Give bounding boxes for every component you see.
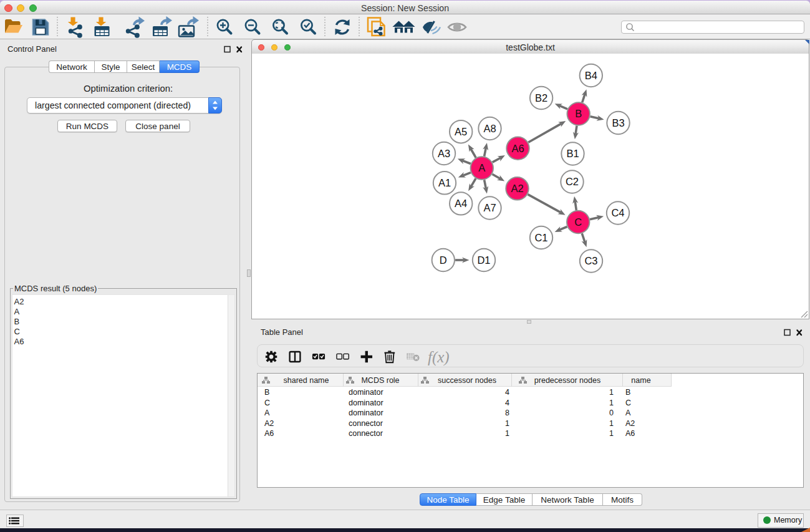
svg-text:B: B xyxy=(264,388,269,397)
svg-text:A7: A7 xyxy=(483,202,496,213)
svg-text:A4: A4 xyxy=(455,198,467,209)
svg-text:A: A xyxy=(625,409,631,417)
svg-text:1: 1 xyxy=(505,429,509,438)
svg-text:A6: A6 xyxy=(511,143,524,154)
svg-text:C3: C3 xyxy=(584,255,597,266)
svg-text:1: 1 xyxy=(609,388,614,397)
svg-text:D: D xyxy=(440,254,447,266)
svg-text:B4: B4 xyxy=(585,70,597,81)
svg-text:A5: A5 xyxy=(455,126,467,137)
svg-text:C2: C2 xyxy=(566,176,579,187)
svg-text:predecessor nodes: predecessor nodes xyxy=(534,376,600,385)
svg-text:D1: D1 xyxy=(477,254,490,266)
svg-text:A2: A2 xyxy=(264,419,274,428)
svg-text:B: B xyxy=(625,388,630,397)
svg-text:A6: A6 xyxy=(625,429,635,438)
svg-text:B: B xyxy=(575,108,582,119)
svg-text:connector: connector xyxy=(349,429,383,438)
svg-text:name: name xyxy=(631,376,650,385)
svg-text:C4: C4 xyxy=(611,207,624,218)
svg-text:MCDS role: MCDS role xyxy=(361,376,399,385)
svg-text:A: A xyxy=(478,162,485,173)
svg-text:A3: A3 xyxy=(438,148,450,159)
svg-text:C: C xyxy=(574,216,582,228)
svg-text:f(x): f(x) xyxy=(428,349,450,366)
svg-text:shared name: shared name xyxy=(284,376,329,385)
svg-text:0: 0 xyxy=(609,409,614,417)
svg-text:B1: B1 xyxy=(566,148,579,159)
svg-text:A2: A2 xyxy=(511,183,523,194)
svg-text:A: A xyxy=(264,409,270,417)
svg-text:C: C xyxy=(264,399,270,407)
svg-text:A2: A2 xyxy=(625,419,635,428)
svg-text:4: 4 xyxy=(505,388,509,397)
svg-text:1: 1 xyxy=(609,429,614,438)
svg-text:dominator: dominator xyxy=(349,388,383,397)
svg-text:dominator: dominator xyxy=(349,409,383,417)
svg-text:connector: connector xyxy=(349,419,383,428)
svg-text:1: 1 xyxy=(505,419,509,428)
svg-text:successor nodes: successor nodes xyxy=(438,376,496,385)
svg-text:C1: C1 xyxy=(534,232,547,243)
svg-text:1: 1 xyxy=(609,419,614,428)
svg-text:A8: A8 xyxy=(483,123,496,134)
svg-text:dominator: dominator xyxy=(349,399,383,407)
svg-text:1: 1 xyxy=(609,399,614,407)
svg-text:A1: A1 xyxy=(438,177,451,188)
svg-text:A6: A6 xyxy=(264,429,274,438)
svg-text:8: 8 xyxy=(505,409,509,417)
svg-text:B2: B2 xyxy=(535,92,547,104)
svg-text:B3: B3 xyxy=(612,117,624,128)
svg-text:4: 4 xyxy=(505,399,509,407)
svg-text:C: C xyxy=(625,399,631,407)
